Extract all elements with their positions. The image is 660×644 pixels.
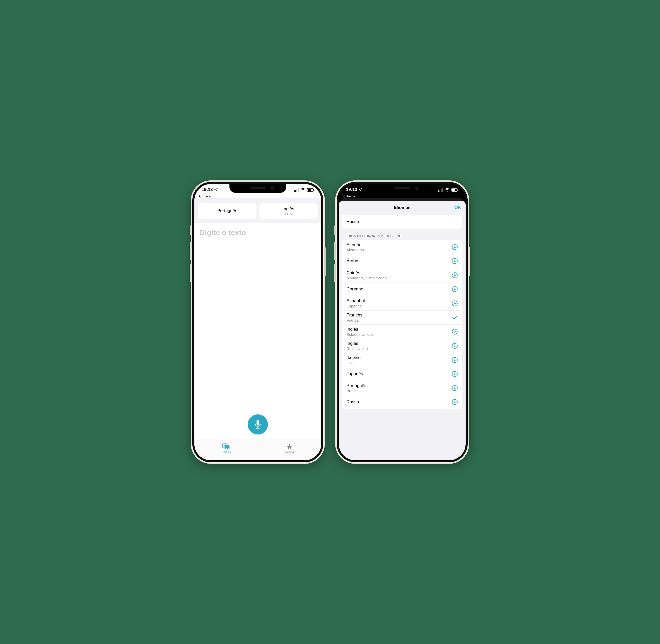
language-name: Francês xyxy=(347,313,362,318)
tab-bar: A文 Traduzir Favoritas xyxy=(194,439,321,460)
download-icon[interactable] xyxy=(452,286,458,292)
star-icon xyxy=(286,443,293,450)
svg-rect-14 xyxy=(441,189,442,192)
phone-languages: 19:13 Busca xyxy=(335,180,469,464)
lang-from-card[interactable]: Português xyxy=(198,203,257,219)
svg-rect-2 xyxy=(296,189,297,192)
svg-text:A: A xyxy=(224,444,226,447)
svg-rect-3 xyxy=(298,188,299,192)
list-item[interactable]: Russo xyxy=(343,395,462,409)
language-region: Itália xyxy=(347,361,361,365)
download-icon[interactable] xyxy=(452,371,458,377)
tab-favorites-label: Favoritas xyxy=(284,451,295,454)
download-icon[interactable] xyxy=(452,385,458,391)
svg-rect-13 xyxy=(440,190,440,192)
language-name: Russo xyxy=(347,219,359,224)
language-name: Alemão xyxy=(347,242,364,247)
list-item[interactable]: Árabe xyxy=(343,254,462,268)
list-item[interactable]: Japonês xyxy=(343,367,462,381)
download-icon[interactable] xyxy=(452,328,458,335)
list-item[interactable]: InglêsReino Unido xyxy=(343,339,462,353)
sheet-backdrop: Idiomas OK Russo IDIOMAS DISPONÍVEIS OFF… xyxy=(339,198,466,460)
breadcrumb-back-label: Busca xyxy=(201,194,211,198)
language-name: Inglês xyxy=(347,341,368,346)
status-time: 19:13 xyxy=(346,187,357,192)
tab-favorites[interactable]: Favoritas xyxy=(258,439,321,458)
download-icon[interactable] xyxy=(452,244,458,250)
translate-icon: A文 xyxy=(222,443,230,450)
wifi-icon xyxy=(445,188,449,192)
lang-to-card[interactable]: Inglês EUA xyxy=(259,203,317,219)
language-region: Mandarim, Simplificado xyxy=(347,276,387,280)
battery-icon xyxy=(451,188,458,192)
svg-rect-5 xyxy=(308,189,311,191)
svg-rect-15 xyxy=(442,188,443,192)
cellular-icon xyxy=(294,188,299,192)
screen: 19:13 Busca xyxy=(339,184,466,460)
svg-rect-0 xyxy=(294,190,295,192)
checkmark-icon xyxy=(452,315,458,321)
list-item[interactable]: ItalianoItália xyxy=(343,353,462,367)
download-icon[interactable] xyxy=(452,258,458,264)
languages-sheet: Idiomas OK Russo IDIOMAS DISPONÍVEIS OFF… xyxy=(339,201,466,460)
language-name: Italiano xyxy=(347,355,361,360)
breadcrumb-back[interactable]: Busca xyxy=(199,194,211,198)
location-arrow-icon xyxy=(214,188,218,191)
language-name: Chinês xyxy=(347,270,387,275)
languages-scroll[interactable]: Russo IDIOMAS DISPONÍVEIS OFF-LINE Alemã… xyxy=(339,215,466,460)
list-item[interactable]: Russo xyxy=(343,215,462,229)
ok-button[interactable]: OK xyxy=(455,205,461,210)
list-item[interactable]: FrancêsFrança xyxy=(343,310,462,324)
download-icon[interactable] xyxy=(452,343,458,349)
notch xyxy=(229,184,286,193)
language-region: Alemanha xyxy=(347,248,364,252)
language-region: Reino Unido xyxy=(347,346,368,351)
language-name: Inglês xyxy=(347,327,374,332)
lang-to-sub: EUA xyxy=(285,212,292,216)
language-name: Russo xyxy=(347,399,359,405)
download-icon[interactable] xyxy=(452,300,458,306)
tab-translate[interactable]: A文 Traduzir xyxy=(194,439,258,458)
breadcrumb-back[interactable]: Busca xyxy=(343,194,355,198)
battery-icon xyxy=(307,188,314,192)
microphone-button[interactable] xyxy=(248,414,268,435)
location-arrow-icon xyxy=(359,188,362,191)
download-icon[interactable] xyxy=(452,399,458,405)
status-time: 19:13 xyxy=(202,187,213,192)
language-name: Japonês xyxy=(347,371,363,376)
list-item[interactable]: AlemãoAlemanha xyxy=(343,240,462,254)
translate-input-area[interactable]: Digite o texto xyxy=(194,223,321,439)
svg-rect-7 xyxy=(257,420,259,425)
svg-rect-18 xyxy=(458,189,458,191)
screen: 19:13 Busca Po xyxy=(194,184,321,460)
language-selector-bar: Português Inglês EUA xyxy=(194,198,321,223)
language-name: Português xyxy=(347,383,367,388)
language-name: Coreano xyxy=(347,286,363,292)
download-icon[interactable] xyxy=(452,272,458,278)
svg-text:文: 文 xyxy=(226,446,229,449)
download-icon[interactable] xyxy=(452,357,458,363)
input-placeholder: Digite o texto xyxy=(200,229,316,237)
language-region: Estados Unidos xyxy=(347,332,374,337)
language-region: Brasil xyxy=(347,389,367,393)
offline-language-group: AlemãoAlemanhaÁrabeChinêsMandarim, Simpl… xyxy=(343,240,462,409)
language-region: França xyxy=(347,318,362,322)
list-item[interactable]: Coreano xyxy=(343,282,462,296)
tab-translate-label: Traduzir xyxy=(221,451,231,454)
language-name: Árabe xyxy=(347,258,358,263)
notch xyxy=(374,184,431,193)
phone-translate: 19:13 Busca Po xyxy=(191,180,325,464)
list-item[interactable]: ChinêsMandarim, Simplificado xyxy=(343,268,462,282)
recent-language-group: Russo xyxy=(343,215,462,229)
svg-rect-17 xyxy=(452,189,455,191)
list-item[interactable]: PortuguêsBrasil xyxy=(343,381,462,395)
offline-section-title: IDIOMAS DISPONÍVEIS OFF-LINE xyxy=(347,234,458,238)
list-item[interactable]: EspanholEspanha xyxy=(343,296,462,310)
cellular-icon xyxy=(438,188,443,192)
breadcrumb-back-label: Busca xyxy=(346,194,355,198)
list-item[interactable]: InglêsEstados Unidos xyxy=(343,324,462,339)
chevron-left-icon xyxy=(343,194,346,198)
language-region: Espanha xyxy=(347,304,365,308)
chevron-left-icon xyxy=(199,194,201,198)
sheet-header: Idiomas OK xyxy=(339,201,466,215)
